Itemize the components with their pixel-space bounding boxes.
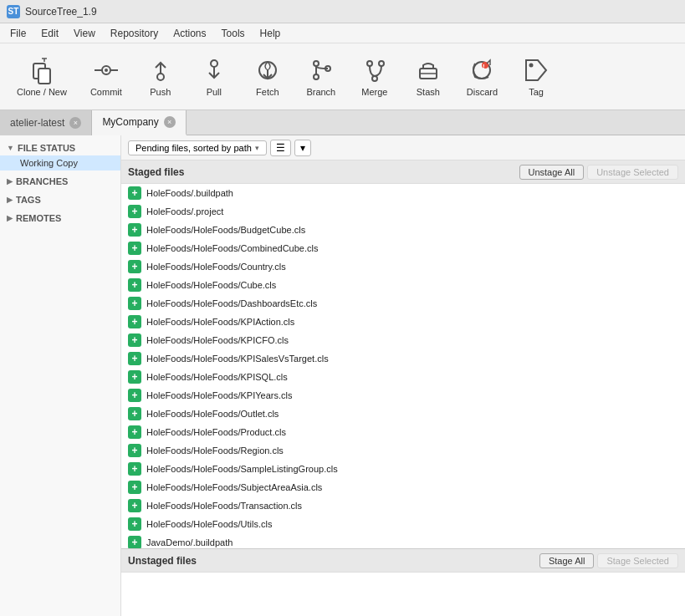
tab-mycompany-close[interactable]: × [164,116,176,128]
staged-file-item[interactable]: +HoleFoods/.buildpath [121,184,685,202]
staged-file-item[interactable]: +HoleFoods/HoleFoods/SubjectAreaAsia.cls [121,478,685,496]
staged-file-item[interactable]: +HoleFoods/HoleFoods/KPIYears.cls [121,386,685,405]
sidebar-section-file-status: ▼ FILE STATUS Working Copy [0,140,120,171]
staged-file-item[interactable]: +HoleFoods/HoleFoods/Product.cls [121,423,685,441]
commit-icon [93,57,120,84]
push-button[interactable]: Push [135,52,186,102]
fetch-button[interactable]: Fetch [243,52,293,102]
clone-icon [28,57,55,84]
merge-button[interactable]: Merge [350,52,400,102]
clone-new-button[interactable]: Clone / New [7,52,77,102]
file-added-icon: + [128,278,141,292]
svg-point-7 [105,69,108,72]
file-added-icon: + [128,186,141,200]
file-added-icon: + [128,389,141,402]
menu-item-file[interactable]: File [3,26,33,41]
staged-file-item[interactable]: +HoleFoods/HoleFoods/KPICFO.cls [121,331,685,349]
menu-bar: FileEditViewRepositoryActionsToolsHelp [0,23,685,43]
tab-atelier-latest[interactable]: atelier-latest × [0,110,92,135]
discard-button[interactable]: ! Discard [457,52,508,102]
svg-point-26 [529,63,534,67]
more-options-button[interactable]: ▾ [294,140,311,156]
staged-file-item[interactable]: +HoleFoods/HoleFoods/KPISalesVsTarget.cl… [121,349,685,368]
file-added-icon: + [128,205,141,218]
unstage-all-button[interactable]: Unstage All [519,165,585,180]
staged-file-item[interactable]: +JavaDemo/.buildpath [121,533,685,548]
list-view-button[interactable]: ☰ [270,140,291,156]
sidebar-item-working-copy[interactable]: Working Copy [0,155,120,171]
staged-file-item[interactable]: +HoleFoods/HoleFoods/BudgetCube.cls [121,221,685,239]
branch-icon [308,57,335,84]
pull-button[interactable]: Pull [189,52,239,102]
file-name: HoleFoods/.project [146,206,223,216]
staged-section-buttons: Unstage All Unstage Selected [519,165,679,180]
stash-button[interactable]: Stash [403,52,453,102]
unstaged-section-buttons: Stage All Stage Selected [539,553,678,568]
unstaged-section: Unstaged files Stage All Stage Selected [121,549,685,616]
staged-file-item[interactable]: +HoleFoods/HoleFoods/Cube.cls [121,276,685,294]
staged-file-item[interactable]: +HoleFoods/HoleFoods/Outlet.cls [121,405,685,423]
panel-toolbar: Pending files, sorted by path ▾ ☰ ▾ [121,135,685,160]
staged-file-item[interactable]: +HoleFoods/HoleFoods/Country.cls [121,257,685,276]
more-arrow-icon: ▾ [300,142,305,154]
staged-file-item[interactable]: +HoleFoods/HoleFoods/KPIAction.cls [121,313,685,331]
staged-file-item[interactable]: +HoleFoods/HoleFoods/Transaction.cls [121,496,685,515]
merge-label: Merge [361,87,387,97]
file-name: HoleFoods/HoleFoods/Cube.cls [146,280,276,290]
menu-item-view[interactable]: View [67,26,102,41]
sidebar-remotes-label: REMOTES [16,213,61,223]
staged-file-item[interactable]: +HoleFoods/.project [121,202,685,221]
sidebar-header-file-status[interactable]: ▼ FILE STATUS [0,140,120,155]
sidebar-header-branches[interactable]: ▶ BRANCHES [0,174,120,189]
commit-button[interactable]: Commit [80,52,132,102]
file-name: HoleFoods/HoleFoods/KPICFO.cls [146,335,289,345]
tag-button[interactable]: Tag [511,52,561,102]
file-name: HoleFoods/HoleFoods/KPISQL.cls [146,372,288,382]
staged-section-header: Staged files Unstage All Unstage Selecte… [121,160,685,184]
staged-file-list[interactable]: +HoleFoods/.buildpath+HoleFoods/.project… [121,184,685,548]
svg-point-18 [367,61,372,66]
chevron-down-icon: ▼ [7,144,14,152]
file-panel: Pending files, sorted by path ▾ ☰ ▾ Stag… [121,135,685,616]
tag-label: Tag [529,87,544,97]
sort-dropdown-label: Pending files, sorted by path [135,143,252,153]
merge-icon [361,57,388,84]
sidebar-header-remotes[interactable]: ▶ REMOTES [0,211,120,226]
branch-button[interactable]: Branch [296,52,346,102]
file-added-icon: + [128,315,141,328]
dropdown-arrow-icon: ▾ [255,144,259,152]
tab-mycompany-label: MyCompany [102,116,158,128]
staged-file-item[interactable]: +HoleFoods/HoleFoods/Utils.cls [121,515,685,533]
file-added-icon: + [128,462,141,476]
sidebar-working-copy-label: Working Copy [20,158,78,168]
unstaged-file-list[interactable] [121,573,685,616]
menu-item-edit[interactable]: Edit [34,26,65,41]
svg-point-8 [157,74,164,80]
unstage-selected-button[interactable]: Unstage Selected [587,165,678,180]
sidebar-section-tags: ▶ TAGS [0,192,120,207]
push-label: Push [150,87,171,97]
branch-label: Branch [306,87,335,97]
stage-all-button[interactable]: Stage All [539,553,594,568]
file-name: HoleFoods/HoleFoods/DashboardsEtc.cls [146,298,317,308]
menu-item-actions[interactable]: Actions [166,26,212,41]
staged-section: Staged files Unstage All Unstage Selecte… [121,160,685,549]
file-name: HoleFoods/HoleFoods/CombinedCube.cls [146,243,318,253]
staged-file-item[interactable]: +HoleFoods/HoleFoods/DashboardsEtc.cls [121,294,685,313]
svg-point-19 [379,61,384,66]
sidebar-header-tags[interactable]: ▶ TAGS [0,192,120,207]
menu-item-repository[interactable]: Repository [104,26,165,41]
sort-dropdown[interactable]: Pending files, sorted by path ▾ [128,140,267,155]
staged-file-item[interactable]: +HoleFoods/HoleFoods/SampleListingGroup.… [121,460,685,478]
discard-label: Discard [467,87,498,97]
tab-atelier-close[interactable]: × [69,117,81,129]
staged-file-item[interactable]: +HoleFoods/HoleFoods/KPISQL.cls [121,368,685,386]
file-name: HoleFoods/HoleFoods/SampleListingGroup.c… [146,464,338,474]
menu-item-tools[interactable]: Tools [215,26,252,41]
menu-item-help[interactable]: Help [253,26,288,41]
staged-file-item[interactable]: +HoleFoods/HoleFoods/Region.cls [121,441,685,460]
tab-mycompany[interactable]: MyCompany × [92,110,186,135]
file-added-icon: + [128,481,141,494]
staged-file-item[interactable]: +HoleFoods/HoleFoods/CombinedCube.cls [121,239,685,257]
stage-selected-button[interactable]: Stage Selected [597,553,678,568]
